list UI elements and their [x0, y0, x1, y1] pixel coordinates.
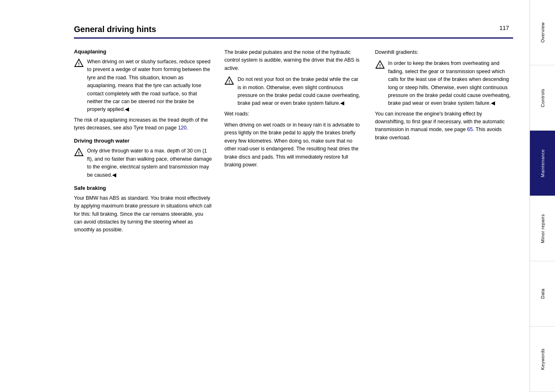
svg-text:!: ! [228, 79, 230, 84]
col2-warning1: ! Do not rest your foot on the brake ped… [224, 76, 362, 108]
sidebar-item-controls[interactable]: Controls [530, 65, 555, 131]
water-warning: ! Only drive through water to a max. dep… [74, 147, 212, 179]
page-container: General driving hints 117 Aquaplaning ! … [0, 0, 555, 392]
column-1: Aquaplaning ! When driving on wet or slu… [74, 48, 212, 238]
sidebar-item-overview[interactable]: Overview [530, 0, 555, 65]
sidebar-item-minor-repairs[interactable]: Minor repairs [530, 196, 555, 261]
page-number: 117 [500, 25, 513, 31]
content-columns: Aquaplaning ! When driving on wet or slu… [74, 48, 513, 238]
col2-wet-roads-label: Wet roads: [224, 110, 362, 118]
page-header: General driving hints 117 [74, 25, 513, 39]
warning-icon-brake-pedal: ! [224, 76, 234, 86]
svg-text:!: ! [78, 151, 80, 156]
heading-aquaplaning: Aquaplaning [74, 48, 212, 55]
heading-driving-through-water: Driving through water [74, 138, 212, 144]
link-page65[interactable]: 65 [467, 127, 473, 132]
svg-text:!: ! [78, 62, 80, 67]
col3-warning1-text: In order to keep the brakes from overhea… [388, 60, 513, 107]
sidebar-item-data[interactable]: Data [530, 261, 555, 327]
sidebar-label-keywords: Keywords [540, 348, 545, 370]
warning-icon-downhill: ! [375, 60, 385, 70]
aquaplaning-warning: ! When driving on wet or slushy surfaces… [74, 58, 212, 114]
main-content: General driving hints 117 Aquaplaning ! … [0, 0, 530, 392]
water-warning-text: Only drive through water to a max. depth… [87, 147, 212, 179]
sidebar-label-data: Data [540, 288, 545, 299]
page-title: General driving hints [74, 25, 156, 34]
col3-downhill-label: Downhill gradients: [375, 48, 513, 56]
sidebar-item-maintenance[interactable]: Maintenance [530, 131, 555, 196]
sidebar-label-maintenance: Maintenance [540, 149, 545, 178]
svg-text:!: ! [379, 63, 381, 68]
sidebar-label-controls: Controls [540, 89, 545, 107]
warning-icon-water: ! [74, 148, 84, 157]
sidebar-label-overview: Overview [540, 22, 545, 43]
col2-para2: When driving on wet roads or in heavy ra… [224, 121, 362, 169]
aquaplaning-para: The risk of aquaplaning increases as the… [74, 116, 212, 132]
heading-safe-braking: Safe braking [74, 185, 212, 191]
column-3: Downhill gradients: ! In order to keep t… [375, 48, 513, 238]
aquaplaning-warning-text: When driving on wet or slushy surfaces, … [87, 58, 212, 114]
warning-icon-aquaplaning: ! [74, 58, 84, 68]
safe-braking-para: Your BMW has ABS as standard. You brake … [74, 194, 212, 234]
sidebar-nav: Overview Controls Maintenance Minor repa… [530, 0, 555, 392]
col3-warning1: ! In order to keep the brakes from overh… [375, 60, 513, 107]
col3-para1: You can increase the engine's braking ef… [375, 110, 513, 142]
link-tyre-tread[interactable]: 120 [178, 125, 187, 131]
col2-warning1-text: Do not rest your foot on the brake pedal… [237, 76, 362, 108]
column-2: The brake pedal pulsates and the noise o… [224, 48, 362, 238]
sidebar-label-minor-repairs: Minor repairs [540, 214, 545, 243]
col2-para1: The brake pedal pulsates and the noise o… [224, 48, 362, 72]
sidebar-item-keywords[interactable]: Keywords [530, 327, 555, 392]
